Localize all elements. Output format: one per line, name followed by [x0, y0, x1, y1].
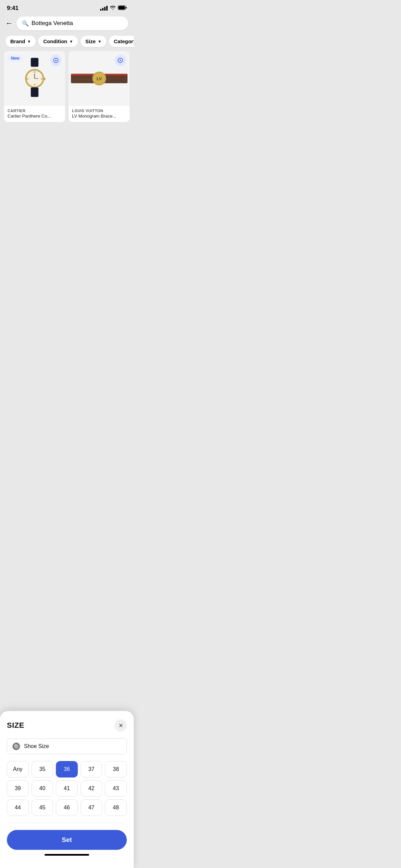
svg-point-3 — [55, 60, 57, 61]
svg-rect-1 — [119, 6, 125, 10]
lv-belt-image: LV LV LV LV LV LV ✦ ✦ ✦ ✦ ✦ ✦ ✦ LV — [71, 65, 127, 92]
filter-category[interactable]: Category ▼ — [109, 36, 134, 47]
filter-condition[interactable]: Condition ▼ — [38, 36, 78, 47]
new-badge: New — [8, 55, 23, 62]
search-box[interactable]: 🔍 Bottega Venetta — [16, 16, 128, 30]
svg-text:✦ ✦ ✦ ✦ ✦ ✦ ✦: ✦ ✦ ✦ ✦ ✦ ✦ ✦ — [74, 81, 90, 84]
status-bar: 9:41 — [0, 0, 134, 14]
product-name: Cartier Panthere Co... — [8, 113, 62, 119]
svg-text:LV LV LV LV LV LV: LV LV LV LV LV LV — [74, 78, 95, 81]
svg-text:IX: IX — [27, 78, 29, 80]
product-brand: CARTIER — [8, 109, 62, 113]
watch-image: XII VI IX III — [17, 56, 52, 101]
product-info: LOUIS VUITTON LV Monogram Brace... — [69, 106, 130, 122]
bookmark-button[interactable] — [50, 55, 62, 66]
chevron-down-icon: ▼ — [69, 39, 73, 44]
chevron-down-icon: ▼ — [98, 39, 101, 44]
svg-point-15 — [120, 60, 121, 61]
bookmark-button[interactable] — [114, 55, 126, 66]
svg-rect-13 — [31, 87, 38, 97]
product-image: LV LV LV LV LV LV ✦ ✦ ✦ ✦ ✦ ✦ ✦ LV — [69, 51, 130, 106]
svg-rect-2 — [126, 7, 127, 9]
search-area: ← 🔍 Bottega Venetta — [0, 14, 134, 34]
svg-text:XII: XII — [34, 71, 36, 73]
svg-text:LV: LV — [96, 76, 102, 82]
product-image: New XII VI IX III — [4, 51, 65, 106]
svg-rect-4 — [31, 58, 38, 67]
search-icon: 🔍 — [22, 20, 29, 27]
wifi-icon — [110, 5, 116, 11]
filter-size[interactable]: Size ▼ — [81, 36, 106, 47]
product-card[interactable]: New XII VI IX III — [4, 51, 65, 122]
product-card[interactable]: LV LV LV LV LV LV ✦ ✦ ✦ ✦ ✦ ✦ ✦ LV LOUIS… — [69, 51, 130, 122]
battery-icon — [118, 5, 127, 11]
product-brand: LOUIS VUITTON — [72, 109, 126, 113]
products-grid: New XII VI IX III — [0, 51, 134, 122]
back-button[interactable]: ← — [5, 19, 13, 28]
filter-bar: Brand ▼ Condition ▼ Size ▼ Category ▼ — [0, 34, 134, 51]
svg-text:III: III — [41, 78, 42, 80]
svg-rect-14 — [44, 77, 46, 80]
product-info: CARTIER Cartier Panthere Co... — [4, 106, 65, 122]
status-icons — [100, 5, 127, 11]
signal-icon — [100, 6, 108, 11]
search-value: Bottega Venetta — [32, 20, 73, 27]
svg-text:VI: VI — [34, 84, 36, 86]
chevron-down-icon: ▼ — [27, 39, 31, 44]
filter-brand[interactable]: Brand ▼ — [5, 36, 36, 47]
status-time: 9:41 — [7, 5, 19, 12]
product-name: LV Monogram Brace... — [72, 113, 126, 119]
